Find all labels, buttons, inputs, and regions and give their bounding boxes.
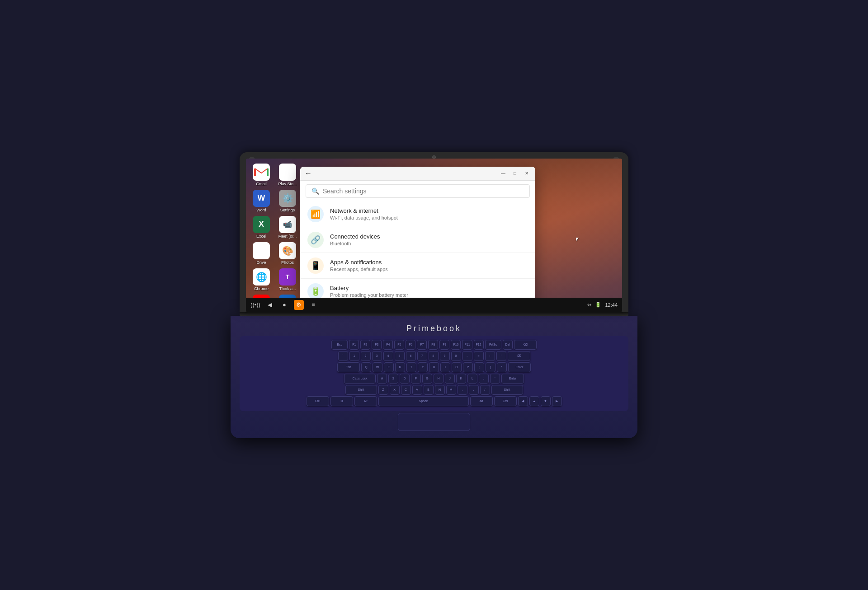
key-x[interactable]: X bbox=[390, 385, 400, 395]
key-l[interactable]: L bbox=[467, 374, 477, 384]
key-enter-top[interactable]: Enter bbox=[508, 362, 531, 372]
app-icon-gmail[interactable]: Gmail bbox=[249, 161, 274, 188]
key-left[interactable]: ◀ bbox=[518, 396, 528, 406]
key-rbracket[interactable]: ] bbox=[486, 362, 495, 372]
key-z[interactable]: Z bbox=[378, 385, 388, 395]
key-5[interactable]: 5 bbox=[395, 351, 405, 361]
key-f6[interactable]: F6 bbox=[406, 340, 415, 350]
key-minus[interactable]: - bbox=[462, 351, 472, 361]
key-del[interactable]: Del bbox=[503, 340, 513, 350]
key-v[interactable]: V bbox=[412, 385, 422, 395]
key-backspace2[interactable]: ⌫ bbox=[508, 351, 530, 361]
app-icon-think[interactable]: T Think a... bbox=[275, 266, 300, 293]
key-space[interactable]: Space bbox=[378, 396, 469, 406]
key-a[interactable]: A bbox=[377, 374, 387, 384]
key-q[interactable]: Q bbox=[361, 362, 371, 372]
key-shift-r[interactable]: Shift bbox=[491, 385, 523, 395]
key-s[interactable]: S bbox=[388, 374, 398, 384]
key-backslash[interactable]: \ bbox=[497, 362, 507, 372]
settings-item-connected[interactable]: 🔗 Connected devices Bluetooth bbox=[300, 227, 535, 253]
key-f5[interactable]: F5 bbox=[394, 340, 404, 350]
key-ctrl-r[interactable]: Ctrl bbox=[494, 396, 517, 406]
key-f7[interactable]: F7 bbox=[417, 340, 427, 350]
app-icon-word[interactable]: W Word bbox=[249, 187, 274, 215]
key-esc[interactable]: Esc bbox=[331, 340, 348, 350]
key-down[interactable]: ▼ bbox=[541, 396, 551, 406]
key-m[interactable]: M bbox=[446, 385, 456, 395]
key-y[interactable]: Y bbox=[418, 362, 428, 372]
key-o[interactable]: O bbox=[452, 362, 462, 372]
key-semicolon[interactable]: ; bbox=[485, 351, 495, 361]
key-k[interactable]: K bbox=[456, 374, 466, 384]
taskbar-icon-home[interactable]: ● bbox=[279, 300, 289, 310]
key-period[interactable]: . bbox=[469, 385, 479, 395]
key-e[interactable]: E bbox=[384, 362, 394, 372]
key-prtsc[interactable]: PrtSc bbox=[485, 340, 501, 350]
key-g[interactable]: G bbox=[422, 374, 432, 384]
key-lbracket[interactable]: [ bbox=[474, 362, 484, 372]
key-f4[interactable]: F4 bbox=[383, 340, 393, 350]
settings-item-network[interactable]: 📶 Network & internet Wi-Fi, data usage, … bbox=[300, 201, 535, 227]
key-0[interactable]: 0 bbox=[451, 351, 461, 361]
app-icon-drive[interactable]: △ Drive bbox=[249, 240, 274, 267]
key-alt-r[interactable]: Alt bbox=[470, 396, 493, 406]
key-apos[interactable]: ' bbox=[490, 374, 500, 384]
settings-item-apps[interactable]: 📱 Apps & notifications Recent apps, defa… bbox=[300, 253, 535, 279]
app-icon-playstore[interactable]: ▶ Play Sto... bbox=[275, 161, 300, 188]
app-icon-excel[interactable]: X Excel bbox=[249, 214, 274, 241]
taskbar-icon-menu[interactable]: ≡ bbox=[308, 300, 318, 310]
key-fn[interactable]: ⚙ bbox=[330, 396, 353, 406]
key-up[interactable]: ▲ bbox=[529, 396, 539, 406]
app-icon-chrome[interactable]: 🌐 Chrome bbox=[249, 266, 274, 293]
key-f10[interactable]: F10 bbox=[451, 340, 461, 350]
key-equals[interactable]: = bbox=[474, 351, 484, 361]
app-icon-settings[interactable]: ⚙️ Settings bbox=[275, 187, 300, 215]
key-t[interactable]: T bbox=[406, 362, 416, 372]
taskbar-icon-settings-task[interactable]: ⚙ bbox=[294, 300, 304, 310]
key-8[interactable]: 8 bbox=[429, 351, 439, 361]
maximize-button[interactable]: □ bbox=[511, 169, 519, 178]
key-4[interactable]: 4 bbox=[383, 351, 393, 361]
key-ctrl-l[interactable]: Ctrl bbox=[307, 396, 329, 406]
key-f3[interactable]: F3 bbox=[372, 340, 382, 350]
key-j[interactable]: J bbox=[445, 374, 455, 384]
search-input[interactable] bbox=[323, 187, 524, 195]
key-f1[interactable]: F1 bbox=[349, 340, 359, 350]
key-alt-l[interactable]: Alt bbox=[354, 396, 377, 406]
key-i[interactable]: I bbox=[440, 362, 450, 372]
key-1[interactable]: 1 bbox=[349, 351, 359, 361]
key-shift-l[interactable]: Shift bbox=[345, 385, 377, 395]
key-r[interactable]: R bbox=[395, 362, 405, 372]
key-tab[interactable]: Tab bbox=[337, 362, 360, 372]
key-right[interactable]: ▶ bbox=[552, 396, 562, 406]
key-f11[interactable]: F11 bbox=[462, 340, 472, 350]
key-b[interactable]: B bbox=[424, 385, 434, 395]
window-back-button[interactable]: ← bbox=[305, 169, 312, 178]
key-f2[interactable]: F2 bbox=[360, 340, 370, 350]
key-u[interactable]: U bbox=[429, 362, 439, 372]
key-9[interactable]: 9 bbox=[440, 351, 450, 361]
key-6[interactable]: 6 bbox=[406, 351, 416, 361]
minimize-button[interactable]: — bbox=[499, 169, 507, 178]
app-icon-meet[interactable]: 📹 Meet (or... bbox=[275, 214, 300, 241]
key-backspace[interactable]: ⌫ bbox=[514, 340, 537, 350]
key-7[interactable]: 7 bbox=[417, 351, 427, 361]
touchpad[interactable] bbox=[398, 413, 470, 431]
key-f9[interactable]: F9 bbox=[439, 340, 449, 350]
key-quote[interactable]: ' bbox=[496, 351, 506, 361]
key-caps[interactable]: Caps Lock bbox=[344, 374, 376, 384]
key-backtick[interactable]: ` bbox=[338, 351, 348, 361]
key-p[interactable]: P bbox=[463, 362, 473, 372]
key-semi[interactable]: ; bbox=[479, 374, 489, 384]
key-slash[interactable]: / bbox=[480, 385, 490, 395]
app-icon-photos[interactable]: 🎨 Photos bbox=[275, 240, 300, 267]
key-w[interactable]: W bbox=[373, 362, 382, 372]
key-f[interactable]: F bbox=[411, 374, 421, 384]
key-n[interactable]: N bbox=[435, 385, 445, 395]
key-h[interactable]: H bbox=[434, 374, 443, 384]
key-enter[interactable]: Enter bbox=[501, 374, 524, 384]
key-3[interactable]: 3 bbox=[372, 351, 382, 361]
taskbar-icon-back[interactable]: ◀ bbox=[265, 300, 275, 310]
close-button[interactable]: ✕ bbox=[523, 169, 531, 178]
key-f8[interactable]: F8 bbox=[428, 340, 438, 350]
